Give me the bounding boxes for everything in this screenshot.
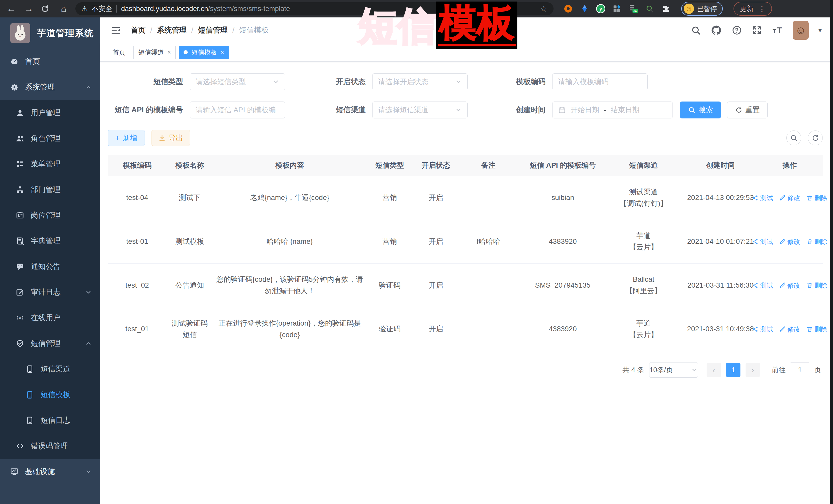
sidebar-item-audit-log[interactable]: 审计日志 (0, 280, 100, 305)
sms-type-select[interactable]: 请选择短信类型 (190, 73, 285, 90)
infra-icon (9, 467, 20, 476)
search-button[interactable]: 搜索 (680, 101, 721, 118)
sidebar-item-system-management[interactable]: 系统管理 (0, 74, 100, 100)
extension-y-icon[interactable]: y (596, 4, 605, 13)
sidebar-item-role-management[interactable]: 角色管理 (0, 126, 100, 151)
extension-grid-icon[interactable] (612, 4, 622, 14)
delete-link[interactable]: 删除 (806, 236, 827, 247)
test-link[interactable]: 测试 (752, 193, 773, 203)
refresh-table-button[interactable] (808, 130, 823, 145)
close-icon[interactable]: × (220, 49, 224, 56)
breadcrumb-system[interactable]: 系统管理 (157, 25, 187, 35)
sidebar-item-sms-management[interactable]: 短信管理 (0, 331, 100, 356)
app-title: 芋道管理系统 (37, 27, 94, 39)
extension-magnifier-icon[interactable] (645, 4, 654, 14)
show-search-button[interactable] (786, 130, 801, 145)
sidebar-item-dict-management[interactable]: 字典管理 (0, 228, 100, 254)
sidebar-item-infrastructure[interactable]: 基础设施 (0, 459, 100, 484)
help-icon[interactable] (732, 25, 742, 35)
extension-list-on-icon[interactable]: on (628, 4, 638, 14)
breadcrumb-sms[interactable]: 短信管理 (198, 25, 228, 35)
browser-menu-icon[interactable]: ⋮ (758, 4, 766, 13)
channel-select[interactable]: 请选择短信渠道 (372, 101, 468, 118)
goto-label: 前往 (772, 365, 786, 375)
address-bar[interactable]: ⚠ 不安全 dashboard.yudao.iocoder.cn/system/… (75, 2, 553, 15)
edit-link[interactable]: 修改 (779, 193, 800, 203)
sidebar-item-error-code-management[interactable]: 错误码管理 (0, 433, 100, 459)
edit-link[interactable]: 修改 (779, 280, 800, 290)
sidebar-item-post-management[interactable]: 岗位管理 (0, 202, 100, 228)
next-page-button[interactable]: › (745, 363, 760, 377)
tag-sms-channel[interactable]: 短信渠道 × (133, 46, 175, 59)
test-link[interactable]: 测试 (752, 324, 773, 334)
sidebar-item-menu-management[interactable]: 菜单管理 (0, 151, 100, 177)
search-icon (688, 106, 696, 114)
page-size-select[interactable]: 10条/页 (649, 362, 698, 378)
chevron-down-icon (272, 78, 279, 85)
trash-icon (806, 282, 813, 289)
sidebar-item-sms-log[interactable]: 短信日志 (0, 408, 100, 433)
font-size-icon[interactable]: TT (772, 25, 783, 36)
sidebar-item-notice[interactable]: 通知公告 (0, 254, 100, 280)
browser-update-button[interactable]: 更新 ⋮ (734, 2, 772, 16)
browser-toolbar: ← → ⌂ ⚠ 不安全 dashboard.yudao.iocoder.cn/s… (0, 0, 833, 18)
users-icon (15, 134, 25, 143)
sidebar-item-user-management[interactable]: 用户管理 (0, 100, 100, 126)
status-select[interactable]: 请选择开启状态 (372, 73, 468, 90)
home-icon[interactable]: ⌂ (58, 4, 69, 13)
search-icon[interactable] (691, 25, 701, 35)
fullscreen-icon[interactable] (752, 25, 762, 35)
create-time-range-picker[interactable]: 开始日期 - 结束日期 (552, 101, 673, 118)
template-code-input[interactable] (558, 78, 642, 86)
sidebar-item-sms-channel[interactable]: 短信渠道 (0, 356, 100, 382)
cell-type: 验证码 (366, 307, 413, 351)
cell-status: 开启 (413, 307, 459, 351)
table-header-cell: 模板名称 (167, 155, 213, 176)
active-tag-dot (184, 50, 188, 54)
delete-link[interactable]: 删除 (806, 193, 827, 203)
edit-link[interactable]: 修改 (779, 236, 800, 247)
back-icon[interactable]: ← (6, 4, 17, 13)
api-template-id-input[interactable] (196, 106, 279, 114)
delete-link[interactable]: 删除 (806, 324, 827, 334)
goto-page-input[interactable] (790, 362, 810, 377)
cell-remark (459, 176, 518, 220)
sidebar-item-sms-template[interactable]: 短信模板 (0, 382, 100, 408)
table-row: test_02公告通知您的验证码{code}，该验证码5分钟内有效，请勿泄漏于他… (108, 264, 823, 307)
chevron-down-icon (455, 78, 462, 85)
close-icon[interactable]: × (167, 49, 171, 56)
browser-profile-chip[interactable]: ☺ 已暂停 (681, 2, 723, 16)
pagination: 共 4 条 10条/页 ‹ 1 › 前往 页 (108, 362, 823, 378)
tag-sms-template[interactable]: 短信模板 × (179, 46, 229, 59)
export-button[interactable]: 导出 (151, 130, 190, 146)
app-logo[interactable]: 芋道管理系统 (0, 18, 100, 49)
tag-home[interactable]: 首页 (108, 46, 130, 59)
cell-code: test-01 (108, 220, 167, 264)
cell-remark (459, 264, 518, 307)
edit-link[interactable]: 修改 (779, 324, 800, 334)
table-toolbar: + 新增 导出 (108, 130, 823, 146)
test-link[interactable]: 测试 (752, 280, 773, 290)
reload-icon[interactable] (41, 4, 52, 13)
page-1-button[interactable]: 1 (726, 363, 740, 377)
extension-ring-icon[interactable] (563, 4, 573, 14)
bookmark-star-icon[interactable]: ☆ (540, 4, 547, 14)
test-link[interactable]: 测试 (752, 236, 773, 247)
sidebar-item-home[interactable]: 首页 (0, 49, 100, 74)
prev-page-button[interactable]: ‹ (707, 363, 721, 377)
delete-link[interactable]: 删除 (806, 280, 827, 290)
user-avatar[interactable]: ☺ (793, 21, 809, 40)
sidebar-item-online-users[interactable]: A在线用户 (0, 305, 100, 331)
extensions-puzzle-icon[interactable] (661, 4, 671, 14)
sidebar-collapse-icon[interactable] (110, 25, 121, 36)
reset-button[interactable]: 重置 (727, 101, 768, 118)
add-button[interactable]: + 新增 (108, 130, 145, 146)
extension-pin-icon[interactable] (580, 4, 590, 14)
github-icon[interactable] (711, 25, 722, 36)
sidebar-item-dept-management[interactable]: 部门管理 (0, 177, 100, 202)
avatar-caret-down-icon[interactable]: ▾ (818, 26, 822, 34)
menutree-icon (15, 160, 25, 168)
breadcrumb-home[interactable]: 首页 (131, 25, 146, 35)
forward-icon[interactable]: → (23, 4, 34, 13)
sidebar-item-label: 部门管理 (31, 185, 61, 195)
